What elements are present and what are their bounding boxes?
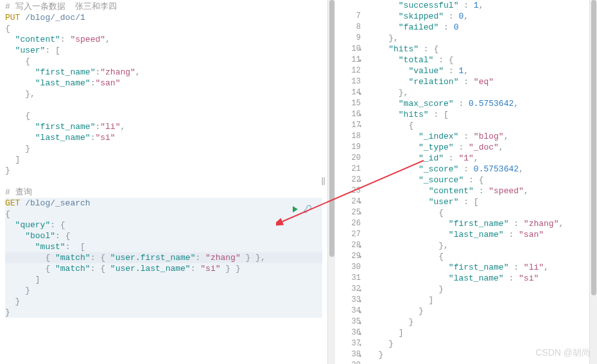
comment-hash: # (5, 187, 10, 197)
comment-text: 查询 (10, 187, 32, 197)
wrench-icon[interactable] (303, 205, 312, 216)
request-path: /blog/_search (20, 198, 90, 208)
request-path: /blog/_doc/1 (20, 13, 85, 22)
request-editor[interactable]: # 写入一条数据 张三和李四 PUT /blog/_doc/1 { "conte… (0, 0, 327, 364)
scrollbar-left[interactable] (327, 0, 335, 364)
watermark: CSDN @胡尚 (535, 347, 591, 359)
divider-handle-icon[interactable]: ‖ (321, 177, 325, 186)
scrollbar-right[interactable] (589, 0, 597, 364)
comment-text: 写入一条数据 张三和李四 (10, 2, 117, 12)
response-viewer[interactable]: 78910▾11▾121314▴1516▾17▾1819202122▾2324▾… (335, 0, 589, 364)
line-gutter: 78910▾11▾121314▴1516▾17▾1819202122▾2324▾… (335, 0, 366, 364)
http-method-get: GET (5, 198, 20, 208)
response-code: "successful" : 1, "skipped" : 0, "failed… (366, 0, 589, 364)
comment-hash: # (5, 2, 10, 12)
play-icon[interactable] (291, 205, 299, 216)
http-method-put: PUT (5, 13, 20, 22)
request-actions (291, 205, 312, 216)
